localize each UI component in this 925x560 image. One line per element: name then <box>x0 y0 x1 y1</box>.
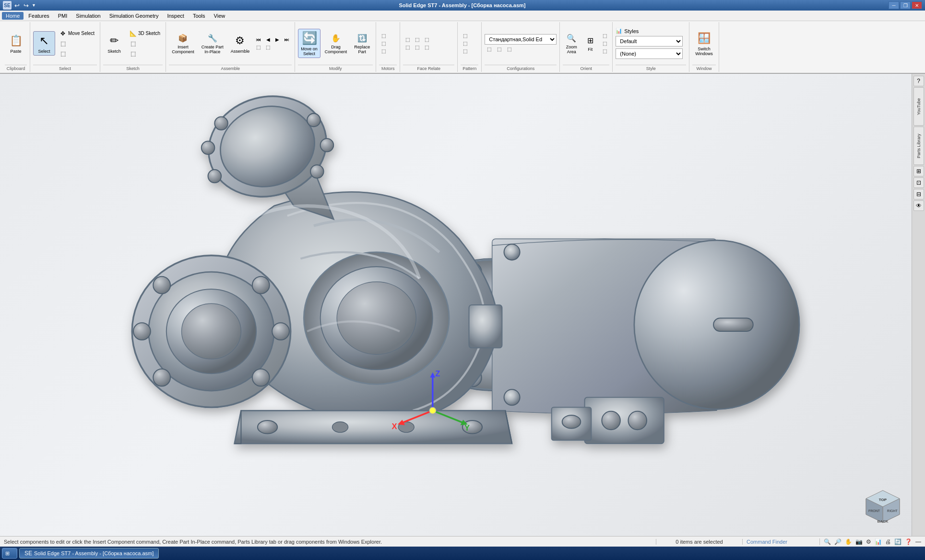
fr6-button[interactable]: ⬚ <box>422 44 431 51</box>
motor3-icon: ⬚ <box>381 48 386 54</box>
menu-home[interactable]: Home <box>2 12 24 20</box>
move-on-select-button[interactable]: 🔄 Move onSelect <box>298 29 320 58</box>
menu-pmi[interactable]: PMI <box>54 12 71 20</box>
status-chart-icon[interactable]: 📊 <box>874 538 883 545</box>
window-content: 🪟 SwitchWindows <box>692 22 716 65</box>
paste-button[interactable]: 📋 Paste <box>5 31 27 56</box>
fr1-button[interactable]: ⬚ <box>403 36 412 43</box>
select-sub2-button[interactable]: ⬚ <box>57 49 97 58</box>
fr5-button[interactable]: ⬚ <box>413 44 422 51</box>
sidebar-icon1[interactable]: ⊞ <box>913 166 924 176</box>
status-zoom-icon[interactable]: 🔎 <box>833 538 842 545</box>
assemble-nav-prev[interactable]: ◀ <box>264 36 273 43</box>
select-button[interactable]: ↖ Select <box>33 31 55 56</box>
replace-part-button[interactable]: 🔃 ReplacePart <box>351 31 373 57</box>
pat1-button[interactable]: ⬚ <box>461 32 470 39</box>
menu-inspect[interactable]: Inspect <box>163 12 188 20</box>
fit-button[interactable]: ⊞ Fit <box>581 33 599 54</box>
start-button[interactable]: ⊞ <box>2 548 17 559</box>
status-pan-icon[interactable]: ✋ <box>844 538 853 545</box>
configurations-group-label: Configurations <box>485 65 557 72</box>
insert-component-button[interactable]: 📦 InsertComponent <box>169 31 197 57</box>
close-button[interactable]: ✕ <box>912 1 922 9</box>
switch-windows-button[interactable]: 🪟 SwitchWindows <box>692 29 716 58</box>
assemble-nav-last[interactable]: ⏭ <box>282 36 292 43</box>
style-dropdown2[interactable]: (None) <box>616 48 683 59</box>
pat3-button[interactable]: ⬚ <box>461 47 470 55</box>
taskbar-solidedge[interactable]: SE Solid Edge ST7 - Assembly - [Сборка н… <box>19 548 159 559</box>
status-search-icon[interactable]: 🔍 <box>823 538 832 545</box>
svg-point-22 <box>252 277 270 294</box>
svg-point-8 <box>504 244 520 260</box>
orient-sub3[interactable]: ⬚ <box>600 47 609 55</box>
select-sub1-button[interactable]: ⬚ <box>57 39 97 48</box>
viewport[interactable]: Z X Y <box>0 74 912 536</box>
assemble-button[interactable]: ⚙ Assemble <box>228 31 253 56</box>
zoom-area-button[interactable]: 🔍 ZoomArea <box>563 31 580 57</box>
menu-simulation[interactable]: Simulation <box>72 12 104 20</box>
command-finder-button[interactable]: Command Finder <box>743 539 819 545</box>
sidebar-icon3[interactable]: ⊟ <box>913 189 924 199</box>
assemble-btn-label: Assemble <box>231 49 250 54</box>
status-help-icon[interactable]: ❓ <box>904 538 913 545</box>
drag-component-label: DragComponent <box>325 45 347 55</box>
status-minimize-icon[interactable]: — <box>914 538 922 545</box>
orient-sub1[interactable]: ⬚ <box>600 32 609 39</box>
menu-tools[interactable]: Tools <box>189 12 209 20</box>
assemble-sub2[interactable]: ⬚ <box>263 44 273 51</box>
sidebar-icon2[interactable]: ⊡ <box>913 177 924 188</box>
select-content: ↖ Select ✥ Move Select ⬚ ⬚ <box>33 22 97 65</box>
configuration-dropdown[interactable]: Стандартная,Solid Ed <box>485 34 557 45</box>
assemble-sub1[interactable]: ⬚ <box>254 44 263 51</box>
menu-features[interactable]: Features <box>24 12 53 20</box>
fr4-button[interactable]: ⬚ <box>403 44 412 51</box>
sidebar-parts-library-tab[interactable]: Parts Library <box>913 127 924 165</box>
sidebar-help-button[interactable]: ? <box>913 76 924 86</box>
pattern-cluster: ⬚ ⬚ ⬚ <box>461 32 470 55</box>
sketch-sub1-button[interactable]: ⬚ <box>127 39 163 48</box>
status-settings-icon[interactable]: ⚙ <box>865 538 872 545</box>
drag-component-button[interactable]: ✋ DragComponent <box>322 31 350 57</box>
cfg-icon3[interactable]: ⬚ <box>505 46 514 53</box>
sidebar-icon4[interactable]: 👁 <box>913 200 924 211</box>
nav-next-icon: ▶ <box>275 37 279 42</box>
sidebar-youtube-tab[interactable]: YouTube <box>913 87 924 126</box>
assemble-nav-first[interactable]: ⏮ <box>254 36 263 43</box>
style-dropdown1[interactable]: Default <box>616 36 683 47</box>
motor3-button[interactable]: ⬚ <box>379 47 388 55</box>
quick-access-undo[interactable]: ↩ <box>13 2 21 9</box>
pat2-button[interactable]: ⬚ <box>461 40 470 47</box>
svg-point-35 <box>202 141 215 154</box>
facerelate-content: ⬚ ⬚ ⬚ ⬚ ⬚ ⬚ <box>403 22 454 65</box>
fr3-button[interactable]: ⬚ <box>422 36 431 43</box>
quick-access-redo[interactable]: ↪ <box>23 2 30 9</box>
status-print-icon[interactable]: 🖨 <box>884 538 892 545</box>
paste-label: Paste <box>10 49 21 54</box>
nav-first-icon: ⏮ <box>256 37 261 42</box>
orient-sub-cluster: ⬚ ⬚ ⬚ <box>600 32 609 55</box>
quick-access-dropdown[interactable]: ▼ <box>32 3 36 8</box>
cfg-icon2[interactable]: ⬚ <box>495 46 504 53</box>
minimize-button[interactable]: ─ <box>889 1 899 9</box>
svg-rect-11 <box>585 397 664 443</box>
view-cube[interactable]: TOP RIGHT FRONT BACK <box>864 488 902 526</box>
assemble-nav-next[interactable]: ▶ <box>273 36 282 43</box>
3d-sketch-button[interactable]: 📐 3D Sketch <box>127 29 163 38</box>
svg-point-53 <box>429 407 436 414</box>
status-refresh-icon[interactable]: 🔄 <box>893 538 902 545</box>
fr2-button[interactable]: ⬚ <box>413 36 422 43</box>
sketch-sub2-button[interactable]: ⬚ <box>127 49 163 58</box>
motor1-button[interactable]: ⬚ <box>379 32 388 39</box>
svg-rect-10 <box>713 318 753 332</box>
cfg-icon2-icon: ⬚ <box>497 47 501 52</box>
create-part-button[interactable]: 🔧 Create PartIn-Place <box>199 31 226 57</box>
cfg-icon1[interactable]: ⬚ <box>485 46 494 53</box>
sketch-button[interactable]: ✏ Sketch <box>103 31 125 56</box>
menu-simgeo[interactable]: Simulation Geometry <box>106 12 163 20</box>
menu-view[interactable]: View <box>210 12 229 20</box>
restore-button[interactable]: ❐ <box>900 1 911 9</box>
status-camera-icon[interactable]: 📷 <box>854 538 864 545</box>
orient-sub2[interactable]: ⬚ <box>600 40 609 47</box>
motor2-button[interactable]: ⬚ <box>379 40 388 47</box>
move-select-button[interactable]: ✥ Move Select <box>57 29 97 38</box>
